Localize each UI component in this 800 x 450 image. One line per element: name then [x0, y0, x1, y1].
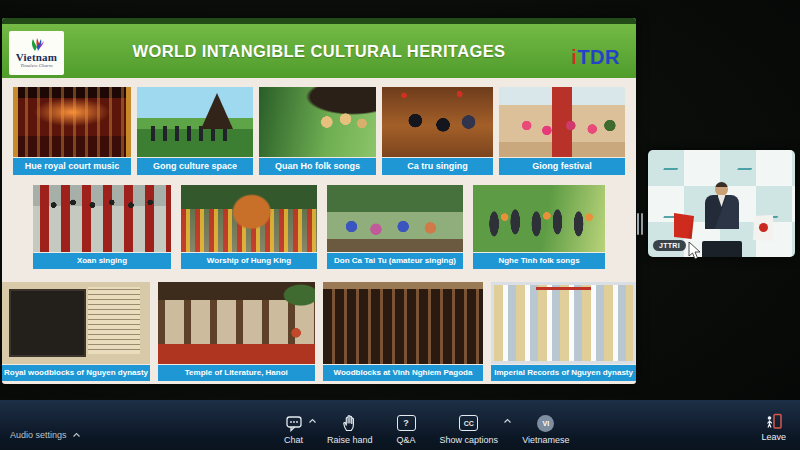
captions-options-caret[interactable] [503, 418, 512, 424]
card-label: Imperial Records of Nguyen dynasty [491, 365, 636, 381]
mouse-cursor [688, 242, 702, 260]
leave-label: Leave [761, 432, 786, 442]
card-label: Quan Ho folk songs [259, 158, 376, 175]
heritage-card-giong-festival: Giong festival [499, 87, 625, 175]
chat-button[interactable]: Chat [284, 414, 303, 445]
chat-options-caret[interactable] [308, 418, 317, 424]
card-label: Worship of Hung King [181, 253, 317, 269]
photo-quan-ho-folk-songs [259, 87, 376, 157]
card-label: Woodblocks at Vinh Nghiem Pagoda [323, 365, 484, 381]
photo-worship-of-hung-king [181, 185, 317, 252]
leave-icon [765, 412, 783, 430]
audio-settings-button[interactable]: Audio settings [10, 430, 81, 440]
meeting-toolbar: Audio settings Chat Raise hand ? Q&A [0, 400, 800, 450]
slide-header: Vietnam Timeless Charm WORLD INTANGIBLE … [2, 24, 636, 78]
itdr-logo-tdr: TDR [577, 46, 620, 68]
heritage-card-quan-ho-folk-songs: Quan Ho folk songs [259, 87, 376, 175]
jttri-backdrop-logo-icon [737, 160, 757, 170]
card-label: Nghe Tinh folk songs [473, 253, 605, 269]
chevron-up-icon[interactable] [72, 432, 81, 438]
photo-vinh-nghiem-woodblocks [323, 282, 484, 364]
card-label: Gong culture space [137, 158, 253, 175]
photo-xoan-singing [33, 185, 171, 252]
pane-resize-handle[interactable] [636, 210, 644, 238]
heritage-card-gong-culture-space: Gong culture space [137, 87, 253, 175]
heritage-row-3: Royal woodblocks of Nguyen dynasty Templ… [2, 282, 636, 381]
chat-icon [285, 414, 303, 432]
card-label: Royal woodblocks of Nguyen dynasty [2, 365, 150, 381]
shared-slide: Vietnam Timeless Charm WORLD INTANGIBLE … [2, 18, 636, 384]
heritage-card-hue-royal-court-music: Hue royal court music [13, 87, 131, 175]
card-label: Giong festival [499, 158, 625, 175]
raise-hand-label: Raise hand [327, 435, 373, 445]
heritage-card-temple-of-literature: Temple of Literature, Hanoi [158, 282, 315, 381]
card-label: Don Ca Tai Tu (amateur singing) [327, 253, 463, 269]
participant-name-badge: JTTRI [653, 240, 686, 251]
heritage-card-royal-woodblocks: Royal woodblocks of Nguyen dynasty [2, 282, 150, 381]
photo-nghe-tinh-folk-songs [473, 185, 605, 252]
heritage-card-vinh-nghiem-woodblocks: Woodblocks at Vinh Nghiem Pagoda [323, 282, 484, 381]
audio-settings-label: Audio settings [10, 430, 67, 440]
qa-glyph: ? [403, 418, 409, 428]
jttri-backdrop-logo-icon [663, 160, 683, 170]
slide-body: Hue royal court music Gong culture space… [2, 78, 636, 381]
heritage-row-1: Hue royal court music Gong culture space… [2, 87, 636, 175]
show-captions-button[interactable]: CC Show captions [440, 414, 499, 445]
interpretation-icon: VI [537, 414, 554, 432]
photo-don-ca-tai-tu [327, 185, 463, 252]
heritage-card-ca-tru-singing: Ca tru singing [382, 87, 493, 175]
heritage-card-xoan-singing: Xoan singing [33, 185, 171, 269]
show-captions-label: Show captions [440, 435, 499, 445]
interpretation-button[interactable]: VI Vietnamese [522, 414, 569, 445]
card-label: Hue royal court music [13, 158, 131, 175]
photo-gong-culture-space [137, 87, 253, 157]
heritage-row-2: Xoan singing Worship of Hung King Don Ca… [2, 185, 636, 269]
photo-royal-woodblocks [2, 282, 150, 364]
itdr-logo: iTDR [571, 46, 620, 69]
speaker-video-tile[interactable]: JTTRI [648, 150, 795, 257]
card-label: Temple of Literature, Hanoi [158, 365, 315, 381]
heritage-card-worship-of-hung-king: Worship of Hung King [181, 185, 317, 269]
interpretation-label: Vietnamese [522, 435, 569, 445]
captions-glyph: CC [464, 420, 474, 427]
vietnam-logo-wordmark: Vietnam [16, 51, 57, 63]
podium [702, 241, 742, 257]
heritage-card-imperial-records: Imperial Records of Nguyen dynasty [491, 282, 636, 381]
leave-button[interactable]: Leave [761, 412, 786, 442]
vietnam-logo-tagline: Timeless Charm [20, 63, 52, 68]
photo-hue-royal-court-music [13, 87, 131, 157]
photo-giong-festival [499, 87, 625, 157]
chat-label: Chat [284, 435, 303, 445]
heritage-card-nghe-tinh-folk-songs: Nghe Tinh folk songs [473, 185, 605, 269]
interpretation-language-badge: VI [537, 415, 554, 432]
slide-title: WORLD INTANGIBLE CULTURAL HERITAGES [72, 24, 566, 78]
photo-temple-of-literature [158, 282, 315, 364]
toolbar-center-group: Chat Raise hand ? Q&A CC Show captions [284, 414, 570, 445]
captions-icon: CC [459, 414, 478, 432]
heritage-card-don-ca-tai-tu: Don Ca Tai Tu (amateur singing) [327, 185, 463, 269]
card-label: Xoan singing [33, 253, 171, 269]
photo-ca-tru-singing [382, 87, 493, 157]
photo-imperial-records [491, 282, 636, 364]
speaker-head [715, 182, 728, 196]
qa-button[interactable]: ? Q&A [397, 414, 416, 445]
raise-hand-button[interactable]: Raise hand [327, 414, 373, 445]
vietnam-flag [674, 213, 694, 239]
qa-label: Q&A [397, 435, 416, 445]
japan-flag [753, 215, 773, 241]
speaker-body [705, 195, 739, 229]
raise-hand-icon [342, 414, 358, 432]
vietnam-tourism-logo: Vietnam Timeless Charm [9, 31, 64, 75]
card-label: Ca tru singing [382, 158, 493, 175]
qa-icon: ? [397, 414, 416, 432]
